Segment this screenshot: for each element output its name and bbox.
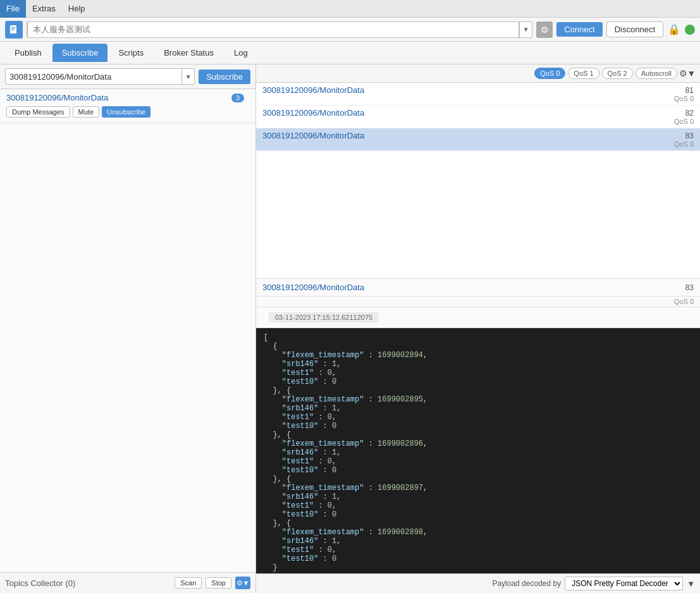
detail-timestamp-row: 03-11-2023 17:15:12.62112075 bbox=[256, 307, 700, 328]
connect-button[interactable]: Connect bbox=[556, 22, 602, 37]
toolbar-right: 🔒 bbox=[667, 23, 695, 37]
lock-icon: 🔒 bbox=[667, 23, 681, 37]
topic-dropdown-btn[interactable]: ▼ bbox=[181, 68, 194, 85]
disconnect-button[interactable]: Disconnect bbox=[606, 21, 663, 37]
detail-header: 300819120096/MonitorData 83 bbox=[256, 279, 700, 296]
message-num: 82 bbox=[685, 109, 694, 118]
right-panel: QoS 0 QoS 1 QoS 2 Autoscroll ⚙▼ 30081912… bbox=[256, 64, 700, 593]
message-row[interactable]: 300819120096/MonitorData 83 QoS 0 bbox=[256, 128, 700, 151]
message-qos: QoS 0 bbox=[674, 140, 694, 148]
detail-payload: [ { "flexem_timestamp" : 1699002894, "sr… bbox=[264, 333, 692, 572]
subscribe-button[interactable]: Subscribe bbox=[199, 70, 250, 84]
decoder-select[interactable]: JSON Pretty Fomat Decoder Plain Text Bas… bbox=[565, 577, 683, 590]
message-row-top: 300819120096/MonitorData 81 bbox=[262, 85, 694, 95]
connection-input[interactable] bbox=[27, 21, 519, 38]
tab-bar: Publish Subscribe Scripts Broker Status … bbox=[0, 42, 700, 64]
unsubscribe-button[interactable]: Unsubscribe bbox=[102, 106, 150, 118]
message-row-bottom: QoS 0 bbox=[262, 118, 694, 125]
topic-input[interactable] bbox=[6, 72, 181, 82]
message-row[interactable]: 300819120096/MonitorData 81 QoS 0 bbox=[256, 83, 700, 106]
message-num: 83 bbox=[685, 131, 694, 140]
right-settings-icon[interactable]: ⚙▼ bbox=[680, 67, 695, 80]
autoscroll-button[interactable]: Autoscroll bbox=[636, 68, 677, 79]
payload-decoded-label: Payload decoded by bbox=[492, 579, 561, 588]
svg-rect-3 bbox=[11, 30, 14, 30]
message-qos: QoS 0 bbox=[674, 95, 694, 102]
message-row-bottom: QoS 0 bbox=[262, 140, 694, 148]
message-topic: 300819120096/MonitorData bbox=[262, 108, 680, 118]
tab-scripts[interactable]: Scripts bbox=[109, 44, 153, 62]
detail-timestamp: 03-11-2023 17:15:12.62112075 bbox=[269, 312, 379, 322]
stop-button[interactable]: Stop bbox=[206, 577, 231, 589]
qos1-button[interactable]: QoS 1 bbox=[568, 68, 599, 79]
tab-subscribe[interactable]: Subscribe bbox=[52, 44, 108, 62]
topic-input-wrap: ▼ bbox=[5, 68, 195, 85]
dump-messages-button[interactable]: Dump Messages bbox=[6, 106, 70, 118]
detail-footer: Payload decoded by JSON Pretty Fomat Dec… bbox=[256, 573, 700, 593]
message-row-bottom: QoS 0 bbox=[262, 95, 694, 102]
message-num: 81 bbox=[685, 86, 694, 95]
connection-input-wrap: ▼ bbox=[27, 21, 532, 38]
decoder-dropdown-icon[interactable]: ▼ bbox=[687, 579, 695, 589]
detail-pane: 300819120096/MonitorData 83 QoS 0 03-11-… bbox=[256, 279, 700, 593]
mute-button[interactable]: Mute bbox=[73, 106, 99, 118]
subscription-item: 300819120096/MonitorData 3 Dump Messages… bbox=[0, 89, 255, 123]
message-topic: 300819120096/MonitorData bbox=[262, 131, 680, 140]
subscription-topic: 300819120096/MonitorData bbox=[6, 93, 231, 102]
detail-topic: 300819120096/MonitorData bbox=[262, 283, 685, 292]
detail-content[interactable]: [ { "flexem_timestamp" : 1699002894, "sr… bbox=[256, 328, 700, 573]
connection-dropdown-btn[interactable]: ▼ bbox=[519, 21, 532, 38]
subscription-count: 3 bbox=[231, 94, 244, 102]
message-row[interactable]: 300819120096/MonitorData 82 QoS 0 bbox=[256, 106, 700, 128]
detail-qos: QoS 0 bbox=[674, 298, 694, 305]
toolbar: ▼ ⚙ Connect Disconnect 🔒 bbox=[0, 18, 700, 42]
detail-qos-row: QoS 0 bbox=[256, 296, 700, 307]
message-topic: 300819120096/MonitorData bbox=[262, 85, 680, 95]
tab-broker-status[interactable]: Broker Status bbox=[154, 44, 223, 62]
tab-log[interactable]: Log bbox=[224, 44, 257, 62]
svg-rect-1 bbox=[11, 27, 15, 28]
menu-extras[interactable]: Extras bbox=[26, 1, 62, 16]
topics-collector: Topics Collector (0) Scan Stop ⚙▼ bbox=[0, 572, 255, 593]
message-row-top: 300819120096/MonitorData 82 bbox=[262, 108, 694, 118]
tab-publish[interactable]: Publish bbox=[5, 44, 51, 62]
svg-rect-2 bbox=[11, 28, 15, 29]
main-content: ▼ Subscribe 300819120096/MonitorData 3 D… bbox=[0, 64, 700, 593]
message-row-top: 300819120096/MonitorData 83 bbox=[262, 131, 694, 140]
left-panel: ▼ Subscribe 300819120096/MonitorData 3 D… bbox=[0, 64, 256, 593]
qos2-button[interactable]: QoS 2 bbox=[602, 68, 633, 79]
menu-help[interactable]: Help bbox=[62, 1, 92, 16]
left-panel-spacer bbox=[0, 123, 255, 572]
subscription-header: 300819120096/MonitorData 3 bbox=[0, 89, 255, 106]
menu-file[interactable]: File bbox=[0, 0, 26, 18]
svg-rect-0 bbox=[10, 25, 16, 34]
collector-settings-icon[interactable]: ⚙▼ bbox=[235, 577, 250, 589]
scan-button[interactable]: Scan bbox=[175, 577, 202, 589]
message-qos: QoS 0 bbox=[674, 118, 694, 125]
messages-list: 300819120096/MonitorData 81 QoS 0 300819… bbox=[256, 83, 700, 279]
qos-autoscroll-bar: QoS 0 QoS 1 QoS 2 Autoscroll ⚙▼ bbox=[256, 64, 700, 83]
gear-icon[interactable]: ⚙ bbox=[536, 21, 553, 38]
connection-status-dot bbox=[685, 25, 695, 35]
qos0-button[interactable]: QoS 0 bbox=[534, 68, 565, 79]
subscribe-bar: ▼ Subscribe bbox=[0, 64, 255, 89]
topics-collector-label: Topics Collector (0) bbox=[5, 578, 171, 588]
detail-num: 83 bbox=[685, 283, 694, 292]
document-icon[interactable] bbox=[5, 21, 23, 39]
menubar: File Extras Help bbox=[0, 0, 700, 18]
